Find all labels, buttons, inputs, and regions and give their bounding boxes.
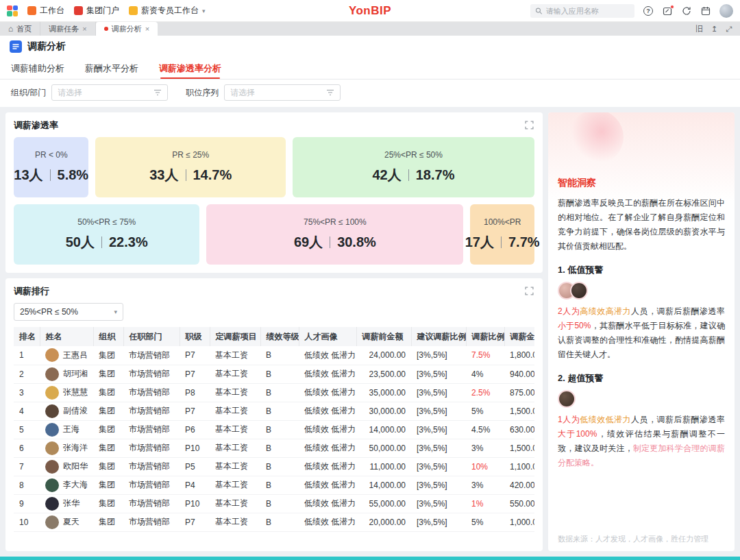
ranking-table-container[interactable]: 排名姓名组织任职部门职级定调薪项目绩效等级人才画像调薪前金额建议调薪比例调薪比例…: [14, 327, 534, 551]
calendar-icon[interactable]: [700, 5, 711, 16]
column-header[interactable]: 姓名: [40, 327, 93, 346]
dept-cell: 市场营销部: [123, 476, 180, 494]
page-title: 调薪分析: [27, 40, 66, 53]
fullscreen-icon[interactable]: ⤢: [726, 25, 732, 34]
sync-icon[interactable]: [681, 5, 692, 16]
bottom-edge-strip: [0, 557, 740, 560]
column-header[interactable]: 调薪金额: [504, 327, 534, 346]
salary-item-cell: 基本工资: [210, 494, 260, 513]
filter-job-input[interactable]: 请选择: [224, 84, 341, 101]
penetration-tile[interactable]: 50%<PR ≤ 75% 50人 22.3%: [14, 204, 199, 265]
collapse-up-icon[interactable]: ↥: [711, 25, 717, 34]
subtab-assist-analysis[interactable]: 调薪辅助分析: [11, 58, 64, 79]
tile-percent: 14.7%: [193, 167, 232, 183]
legacy-version-button[interactable]: 旧: [695, 24, 703, 34]
table-row[interactable]: 4 副倩浚 集团 市场营销部 P7: [14, 402, 534, 420]
table-row[interactable]: 8 李大海 集团 市场营销部 P4: [14, 476, 534, 494]
penetration-tile[interactable]: PR < 0% 13人 5.8%: [14, 137, 88, 197]
column-header[interactable]: 建议调薪比例: [411, 327, 466, 346]
close-icon[interactable]: ×: [145, 25, 149, 33]
rank-cell: 2: [14, 365, 40, 383]
rank-cell: 7: [14, 457, 40, 476]
salary-item-cell: 基本工资: [210, 346, 260, 365]
amount-cell: 14,000.00: [356, 420, 411, 439]
suggest-ratio-cell: [3%,5%]: [411, 346, 466, 365]
tab-salary-analysis[interactable]: 调薪分析 ×: [96, 22, 158, 36]
table-row[interactable]: 9 张华 集团 市场营销部 P10: [14, 494, 534, 513]
table-row[interactable]: 10 夏天 集团 市场营销部 P7: [14, 513, 534, 531]
name-cell: 胡珂湘: [40, 365, 93, 383]
app-search-input[interactable]: [546, 7, 630, 15]
column-header[interactable]: 组织: [93, 327, 123, 346]
table-row[interactable]: 3 张慧慧 集团 市场营销部 P8: [14, 383, 534, 402]
salary-item-cell: 基本工资: [210, 513, 260, 531]
chevron-down-icon: ▾: [202, 8, 206, 14]
portrait-cell: 低绩效 低潜力: [299, 457, 356, 476]
employee-name: 王海: [63, 424, 79, 435]
name-cell: 张华: [40, 494, 93, 513]
search-icon: [535, 7, 543, 15]
filter-bar: 组织/部门 请选择 职位序列 请选择: [0, 80, 740, 107]
nav-group-portal[interactable]: 集团门户: [74, 5, 119, 16]
subtab-penetration-analysis[interactable]: 调薪渗透率分析: [159, 58, 221, 79]
table-row[interactable]: 2 胡珂湘 集团 市场营销部 P7: [14, 365, 534, 383]
tile-stat: 42人 18.7%: [373, 166, 455, 184]
ranking-table: 排名姓名组织任职部门职级定调薪项目绩效等级人才画像调薪前金额建议调薪比例调薪比例…: [14, 327, 534, 532]
employee-avatar[interactable]: [558, 390, 576, 408]
app-launcher-icon[interactable]: [7, 5, 18, 16]
column-header[interactable]: 调薪前金额: [356, 327, 411, 346]
table-row[interactable]: 7 欧阳华 集团 市场营销部 P5: [14, 457, 534, 476]
column-header[interactable]: 调薪比例: [466, 327, 504, 346]
penetration-tile[interactable]: 75%<PR ≤ 100% 69人 30.8%: [206, 204, 463, 265]
page-icon: [10, 40, 22, 53]
table-row[interactable]: 5 王海 集团 市场营销部 P6: [14, 420, 534, 439]
penetration-tile[interactable]: PR ≤ 25% 33人 14.7%: [95, 137, 286, 197]
column-header[interactable]: 排名: [14, 327, 40, 346]
ranking-table-body: 1 王惠吕 集团 市场营销部 P7: [14, 346, 534, 531]
page-header: 调薪分析: [0, 36, 740, 58]
employee-avatar: [45, 423, 59, 437]
column-header[interactable]: 绩效等级: [260, 327, 299, 346]
low-value-warning-text: 2人为高绩效高潜力人员，调薪后薪酬渗透率小于50%，其薪酬水平低于目标标准，建议…: [558, 304, 725, 362]
app-search[interactable]: [530, 4, 634, 18]
penetration-tile[interactable]: 100%<PR 17人 7.7%: [470, 204, 534, 265]
nav-workbench[interactable]: 工作台: [27, 5, 64, 16]
nav-salary-specialist[interactable]: 薪资专员工作台 ▾: [129, 5, 206, 16]
low-value-avatars: [558, 282, 725, 300]
adjust-amount-cell: 550.00: [504, 494, 534, 513]
close-icon[interactable]: ×: [82, 25, 86, 33]
column-header[interactable]: 职级: [180, 327, 210, 346]
column-header[interactable]: 任职部门: [123, 327, 180, 346]
portal-icon: [74, 6, 83, 15]
employee-name: 副倩浚: [63, 405, 88, 417]
tile-stat: 50人 22.3%: [66, 233, 148, 252]
subtab-salary-level-analysis[interactable]: 薪酬水平分析: [85, 58, 138, 79]
left-column: 调薪渗透率 PR < 0% 13人: [5, 112, 543, 551]
tab-home[interactable]: ⌂ 首页: [0, 22, 40, 36]
tab-salary-task[interactable]: 调薪任务 ×: [40, 22, 95, 36]
employee-name: 欧阳华: [63, 461, 88, 472]
adjust-amount-cell: 420.00: [504, 476, 534, 494]
expand-icon[interactable]: [525, 121, 534, 130]
level-cell: P5: [180, 457, 210, 476]
employee-avatar: [45, 441, 59, 455]
column-header[interactable]: 定调薪项目: [210, 327, 260, 346]
employee-avatar[interactable]: [570, 282, 588, 300]
penetration-tile[interactable]: 25%<PR ≤ 50% 42人 18.7%: [293, 137, 534, 197]
expand-icon[interactable]: [525, 287, 534, 296]
penetration-row-1: PR < 0% 13人 5.8% PR ≤ 25%: [14, 137, 534, 197]
table-header-row: 排名姓名组织任职部门职级定调薪项目绩效等级人才画像调薪前金额建议调薪比例调薪比例…: [14, 327, 534, 346]
chevron-down-icon: ▾: [114, 308, 117, 315]
help-icon[interactable]: ?: [643, 5, 654, 16]
table-row[interactable]: 1 王惠吕 集团 市场营销部 P7: [14, 346, 534, 365]
feedback-icon[interactable]: [662, 5, 673, 16]
pr-range-select[interactable]: 25%<PR ≤ 50% ▾: [14, 303, 123, 321]
ratio-cell: 10%: [466, 457, 504, 476]
insight-title: 智能洞察: [558, 177, 725, 189]
table-row[interactable]: 6 张海洋 集团 市场营销部 P10: [14, 439, 534, 457]
user-avatar[interactable]: [719, 4, 733, 18]
column-header[interactable]: 人才画像: [299, 327, 356, 346]
level-cell: P7: [180, 402, 210, 420]
filter-icon: [326, 88, 334, 97]
filter-org-input[interactable]: 请选择: [51, 84, 168, 101]
